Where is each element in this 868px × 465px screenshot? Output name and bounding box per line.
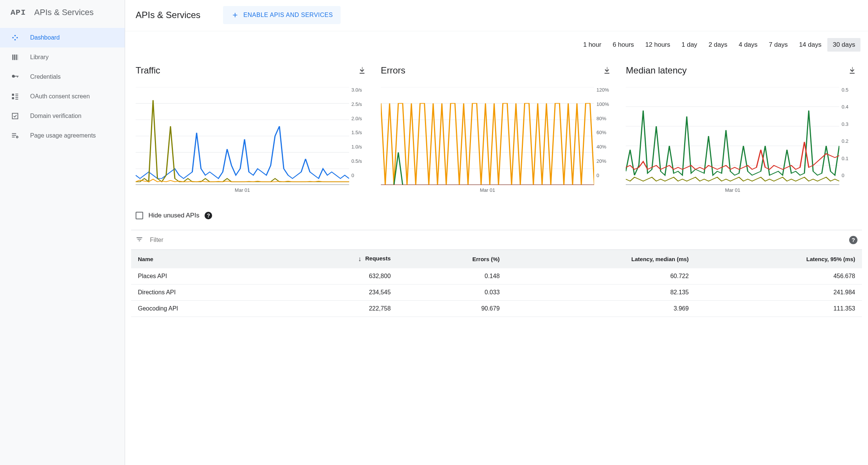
time-tab-30days[interactable]: 30 days: [827, 38, 860, 52]
sidebar-item-credentials[interactable]: Credentials: [0, 67, 125, 87]
sidebar-item-dashboard[interactable]: Dashboard: [0, 28, 125, 47]
y-ticks-traffic: 3.0/s2.5/s2.0/s1.5/s1.0/s0.5/s0: [349, 87, 367, 185]
cell-lat-median: 60.722: [506, 268, 695, 285]
x-axis-latency: Mar 01: [626, 185, 857, 193]
y-tick: 120%: [596, 87, 612, 93]
svg-rect-9: [15, 99, 18, 99]
topbar: APIs & Services ENABLE APIS AND SERVICES: [125, 0, 868, 31]
api-logo: API: [11, 8, 26, 17]
cell-lat-95: 456.678: [695, 268, 862, 285]
table-row[interactable]: Geocoding API 222,758 90.679 3.969 111.3…: [131, 301, 862, 317]
sidebar-item-library[interactable]: Library: [0, 47, 125, 67]
table-row[interactable]: Places API 632,800 0.148 60.722 456.678: [131, 268, 862, 285]
time-tab-2days[interactable]: 2 days: [703, 38, 733, 52]
y-tick: 20%: [596, 158, 612, 164]
plus-icon: [231, 11, 240, 20]
y-tick: 80%: [596, 116, 612, 121]
y-tick: 0.2: [842, 138, 857, 144]
table-controls: Hide unused APIs ?: [125, 197, 868, 223]
table-row[interactable]: Directions API 234,545 0.033 82.135 241.…: [131, 285, 862, 301]
time-tab-4days[interactable]: 4 days: [734, 38, 763, 52]
col-errors-[interactable]: Errors (%): [397, 250, 506, 269]
sidebar-item-oauth-consent-screen[interactable]: OAuth consent screen: [0, 87, 125, 106]
page-title: APIs & Services: [136, 10, 200, 20]
y-tick: 2.0/s: [351, 116, 367, 121]
hide-unused-label: Hide unused APIs: [148, 212, 199, 219]
enable-apis-button[interactable]: ENABLE APIS AND SERVICES: [223, 6, 341, 24]
agreements-icon: [11, 131, 20, 140]
time-tab-1day[interactable]: 1 day: [676, 38, 703, 52]
y-tick: 1.0/s: [351, 144, 367, 150]
cell-name: Directions API: [131, 285, 274, 301]
api-table: Name↓RequestsErrors (%)Latency, median (…: [131, 249, 862, 317]
svg-rect-10: [12, 133, 16, 134]
hide-unused-help-icon[interactable]: ?: [205, 212, 212, 219]
filter-input[interactable]: [150, 237, 842, 243]
chart-title-errors: Errors: [381, 65, 405, 76]
y-tick: 0: [596, 173, 612, 178]
cell-lat-95: 111.353: [695, 301, 862, 317]
y-ticks-errors: 120%100%80%60%40%20%0: [594, 87, 612, 185]
y-tick: 100%: [596, 101, 612, 107]
hide-unused-checkbox[interactable]: [136, 212, 143, 219]
cell-lat-median: 82.135: [506, 285, 695, 301]
chart-plot-latency: [626, 87, 839, 185]
svg-point-1: [14, 35, 16, 37]
time-range-tabs: 1 hour6 hours12 hours1 day2 days4 days7 …: [125, 31, 868, 55]
svg-point-13: [16, 136, 18, 138]
filter-row: ?: [131, 230, 862, 249]
svg-rect-12: [12, 137, 15, 138]
y-tick: 2.5/s: [351, 101, 367, 107]
sidebar-title: APIs & Services: [34, 8, 94, 17]
cell-errors: 0.033: [397, 285, 506, 301]
sidebar-item-label: Page usage agreements: [30, 132, 96, 139]
time-tab-14days[interactable]: 14 days: [794, 38, 827, 52]
time-tab-1hour[interactable]: 1 hour: [578, 38, 607, 52]
col-name[interactable]: Name: [131, 250, 274, 269]
download-latency-button[interactable]: [847, 65, 857, 76]
chart-errors: Errors 120%100%80%60%40%20%0 Mar 01: [381, 65, 613, 193]
svg-rect-7: [15, 95, 18, 96]
time-tab-12hours[interactable]: 12 hours: [640, 38, 675, 52]
svg-rect-6: [15, 94, 18, 95]
time-tab-6hours[interactable]: 6 hours: [607, 38, 639, 52]
download-errors-button[interactable]: [602, 65, 612, 76]
filter-help-icon[interactable]: ?: [849, 236, 857, 244]
col-requests[interactable]: ↓Requests: [274, 250, 397, 269]
cell-errors: 0.148: [397, 268, 506, 285]
svg-rect-4: [12, 94, 14, 96]
sidebar-item-page-usage-agreements[interactable]: Page usage agreements: [0, 126, 125, 145]
time-tab-7days[interactable]: 7 days: [764, 38, 793, 52]
download-traffic-button[interactable]: [357, 65, 367, 76]
sidebar: API APIs & Services Dashboard Library Cr…: [0, 0, 125, 465]
key-icon: [11, 72, 20, 81]
dashboard-icon: [11, 33, 20, 42]
sidebar-item-label: Dashboard: [30, 34, 60, 41]
svg-point-3: [14, 39, 16, 41]
x-axis-traffic: Mar 01: [136, 185, 367, 193]
col-latency-median-ms-[interactable]: Latency, median (ms): [506, 250, 695, 269]
y-tick: 60%: [596, 130, 612, 135]
x-axis-errors: Mar 01: [381, 185, 613, 193]
svg-rect-8: [15, 97, 18, 98]
y-tick: 0.4: [842, 104, 857, 110]
cell-errors: 90.679: [397, 301, 506, 317]
y-tick: 1.5/s: [351, 130, 367, 135]
col-latency-95-ms-[interactable]: Latency, 95% (ms): [695, 250, 862, 269]
y-tick: 0.5/s: [351, 158, 367, 164]
charts-row: Traffic 3.0/s2.5/s2.0/s1.5/s1.0/s0.5/s0 …: [125, 55, 868, 197]
chart-plot-traffic: [136, 87, 349, 185]
sidebar-item-domain-verification[interactable]: Domain verification: [0, 106, 125, 126]
cell-lat-95: 241.984: [695, 285, 862, 301]
sidebar-item-label: OAuth consent screen: [30, 93, 90, 100]
y-tick: 0.5: [842, 87, 857, 93]
cell-lat-median: 3.969: [506, 301, 695, 317]
sidebar-header: API APIs & Services: [0, 0, 125, 26]
sidebar-item-label: Domain verification: [30, 113, 81, 119]
svg-rect-5: [12, 97, 14, 99]
y-tick: 0: [351, 173, 367, 178]
svg-rect-11: [12, 135, 16, 136]
table-body: Places API 632,800 0.148 60.722 456.678D…: [131, 268, 862, 317]
main: APIs & Services ENABLE APIS AND SERVICES…: [125, 0, 868, 465]
chart-traffic: Traffic 3.0/s2.5/s2.0/s1.5/s1.0/s0.5/s0 …: [136, 65, 367, 193]
